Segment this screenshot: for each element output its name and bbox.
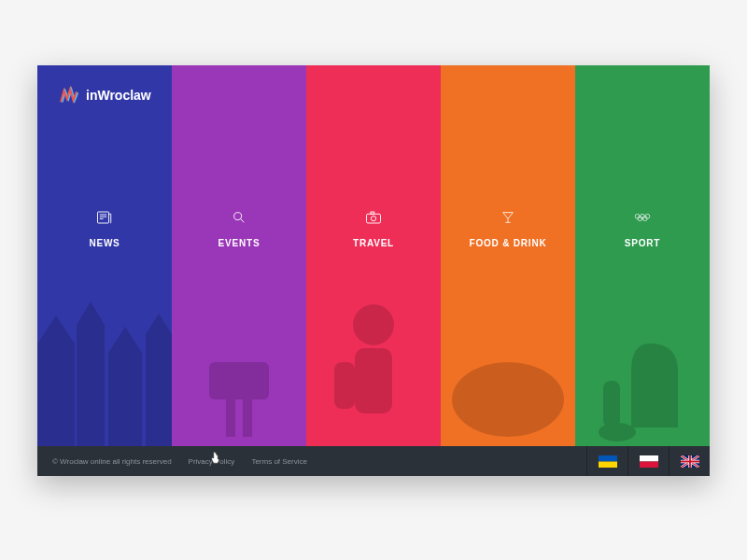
lang-english[interactable] [669, 446, 710, 476]
category-label: NEWS [89, 238, 120, 248]
camera-icon [365, 210, 382, 225]
category-label: FOOD & DRINK [470, 238, 547, 248]
svg-rect-31 [640, 461, 658, 468]
svg-rect-29 [599, 461, 617, 468]
privacy-link[interactable]: Privacy Policy [189, 457, 235, 466]
svg-rect-14 [334, 362, 355, 409]
category-columns: NEWS EVENTS TRAVEL FOOD & DRINK [37, 65, 710, 446]
svg-point-10 [371, 217, 375, 221]
ukraine-flag-icon [599, 455, 617, 468]
svg-point-4 [234, 213, 242, 220]
svg-rect-6 [209, 362, 269, 399]
buildings-illustration [37, 269, 172, 446]
svg-rect-0 [98, 212, 109, 223]
cocktail-icon [500, 210, 516, 225]
category-sport[interactable]: SPORT [575, 65, 710, 446]
svg-rect-13 [355, 348, 392, 413]
phone-photo-illustration [172, 269, 306, 446]
sport-gear-illustration [575, 269, 710, 446]
svg-rect-30 [640, 455, 658, 462]
lang-ukraine[interactable] [586, 446, 627, 476]
language-switcher [586, 446, 710, 476]
category-label: SPORT [625, 238, 660, 248]
svg-rect-28 [599, 455, 617, 462]
svg-rect-26 [603, 381, 620, 427]
category-label: TRAVEL [353, 238, 394, 248]
brand-logo[interactable]: inWroclaw [60, 86, 151, 105]
brand-name: inWroclaw [86, 88, 151, 103]
newspaper-icon [96, 210, 113, 225]
food-illustration [441, 269, 575, 446]
svg-point-20 [495, 398, 517, 420]
category-food-drink[interactable]: FOOD & DRINK [441, 65, 575, 446]
traveler-illustration [306, 269, 441, 446]
svg-rect-7 [226, 399, 235, 437]
svg-rect-8 [243, 399, 252, 437]
svg-point-19 [510, 375, 540, 405]
main-stage: inWroclaw NEWS EVENTS TRAVEL [37, 65, 710, 476]
copyright-text: © Wroclaw online all rights reserved [52, 457, 172, 466]
svg-rect-9 [367, 214, 381, 223]
terms-link[interactable]: Terms of Service [251, 457, 307, 466]
svg-point-17 [452, 362, 564, 437]
svg-point-18 [474, 368, 500, 394]
category-label: EVENTS [218, 238, 261, 248]
poland-flag-icon [640, 455, 658, 468]
svg-line-5 [241, 219, 244, 222]
category-travel[interactable]: TRAVEL [306, 65, 441, 446]
uk-flag-icon [681, 455, 699, 468]
category-news[interactable]: NEWS [37, 65, 172, 446]
search-icon [231, 210, 247, 225]
lang-poland[interactable] [627, 446, 669, 476]
footer-bar: © Wroclaw online all rights reserved Pri… [37, 446, 710, 476]
svg-point-27 [599, 423, 636, 441]
svg-rect-11 [371, 212, 374, 214]
svg-point-12 [353, 304, 394, 345]
brand-logo-icon [60, 86, 78, 105]
category-events[interactable]: EVENTS [172, 65, 306, 446]
olympic-rings-icon [634, 210, 651, 225]
